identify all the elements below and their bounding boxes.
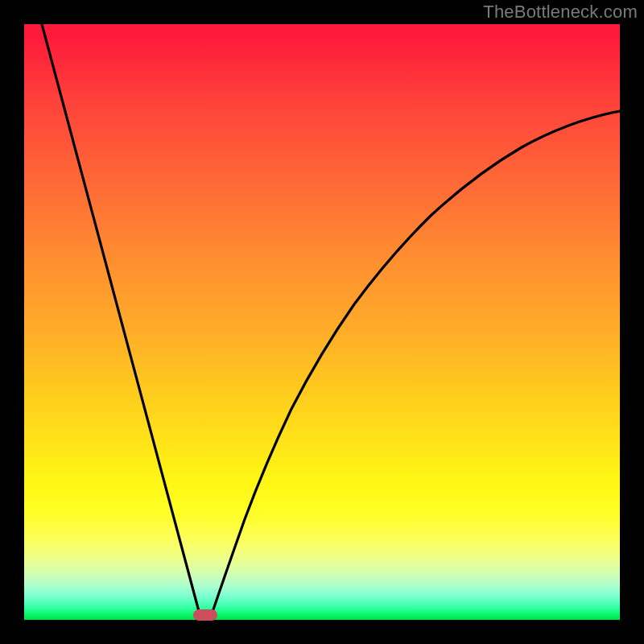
- curve-left-branch: [42, 24, 200, 614]
- bottleneck-curve: [24, 24, 620, 620]
- watermark-text: TheBottleneck.com: [483, 2, 638, 23]
- optimal-marker: [193, 609, 217, 621]
- plot-area: [24, 24, 620, 620]
- chart-frame: TheBottleneck.com: [0, 0, 644, 644]
- curve-right-branch: [212, 111, 620, 614]
